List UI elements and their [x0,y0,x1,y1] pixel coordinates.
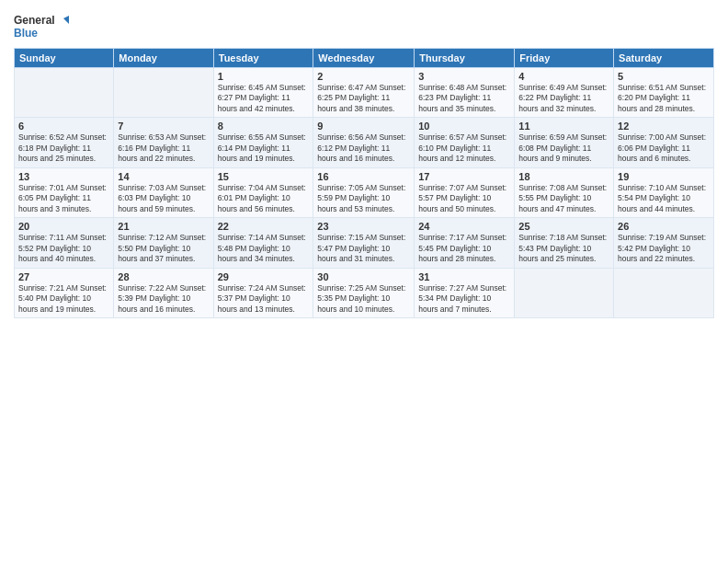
day-cell [114,68,213,118]
day-info: Sunrise: 7:19 AM Sunset: 5:42 PM Dayligh… [618,233,710,264]
day-cell: 26Sunrise: 7:19 AM Sunset: 5:42 PM Dayli… [614,218,714,268]
day-number: 16 [317,171,410,182]
day-info: Sunrise: 6:48 AM Sunset: 6:23 PM Dayligh… [418,83,510,114]
svg-text:Blue: Blue [14,27,38,40]
day-number: 20 [18,221,109,232]
day-info: Sunrise: 7:05 AM Sunset: 5:59 PM Dayligh… [317,183,410,214]
day-cell: 21Sunrise: 7:12 AM Sunset: 5:50 PM Dayli… [114,218,213,268]
day-cell: 17Sunrise: 7:07 AM Sunset: 5:57 PM Dayli… [415,167,515,217]
day-number: 28 [118,271,209,282]
day-cell: 15Sunrise: 7:04 AM Sunset: 6:01 PM Dayli… [213,167,313,217]
day-cell: 29Sunrise: 7:24 AM Sunset: 5:37 PM Dayli… [213,268,313,317]
day-info: Sunrise: 7:21 AM Sunset: 5:40 PM Dayligh… [18,283,109,315]
day-cell: 23Sunrise: 7:15 AM Sunset: 5:47 PM Dayli… [313,218,415,268]
day-cell: 11Sunrise: 6:59 AM Sunset: 6:08 PM Dayli… [515,118,614,167]
day-cell: 27Sunrise: 7:21 AM Sunset: 5:40 PM Dayli… [15,268,114,317]
logo-svg: General Blue [14,9,69,42]
day-info: Sunrise: 7:08 AM Sunset: 5:55 PM Dayligh… [518,183,609,214]
day-info: Sunrise: 7:10 AM Sunset: 5:54 PM Dayligh… [618,183,710,214]
day-number: 13 [18,171,109,182]
svg-text:General: General [14,14,55,27]
day-cell: 25Sunrise: 7:18 AM Sunset: 5:43 PM Dayli… [515,218,614,268]
day-cell: 24Sunrise: 7:17 AM Sunset: 5:45 PM Dayli… [415,218,515,268]
day-number: 26 [618,221,710,232]
day-cell: 28Sunrise: 7:22 AM Sunset: 5:39 PM Dayli… [114,268,213,317]
day-info: Sunrise: 7:03 AM Sunset: 6:03 PM Dayligh… [118,183,209,214]
day-cell: 9Sunrise: 6:56 AM Sunset: 6:12 PM Daylig… [313,118,415,167]
day-info: Sunrise: 7:12 AM Sunset: 5:50 PM Dayligh… [118,233,209,264]
day-info: Sunrise: 7:11 AM Sunset: 5:52 PM Dayligh… [18,233,109,264]
day-cell [515,268,614,317]
week-row-2: 13Sunrise: 7:01 AM Sunset: 6:05 PM Dayli… [15,167,714,217]
day-info: Sunrise: 7:14 AM Sunset: 5:48 PM Dayligh… [218,233,310,264]
week-row-0: 1Sunrise: 6:45 AM Sunset: 6:27 PM Daylig… [15,68,714,118]
day-cell [614,268,714,317]
day-number: 23 [317,221,410,232]
col-header-friday: Friday [515,49,614,68]
day-cell: 31Sunrise: 7:27 AM Sunset: 5:34 PM Dayli… [415,268,515,317]
day-cell: 18Sunrise: 7:08 AM Sunset: 5:55 PM Dayli… [515,167,614,217]
day-number: 30 [317,271,410,282]
day-info: Sunrise: 7:07 AM Sunset: 5:57 PM Dayligh… [418,183,510,214]
day-cell [15,68,114,118]
day-info: Sunrise: 7:01 AM Sunset: 6:05 PM Dayligh… [18,183,109,214]
day-number: 7 [118,121,209,132]
day-number: 24 [418,221,510,232]
day-info: Sunrise: 7:24 AM Sunset: 5:37 PM Dayligh… [218,283,310,315]
day-cell: 22Sunrise: 7:14 AM Sunset: 5:48 PM Dayli… [213,218,313,268]
day-cell: 14Sunrise: 7:03 AM Sunset: 6:03 PM Dayli… [114,167,213,217]
day-info: Sunrise: 7:22 AM Sunset: 5:39 PM Dayligh… [118,283,209,315]
day-cell: 3Sunrise: 6:48 AM Sunset: 6:23 PM Daylig… [415,68,515,118]
day-info: Sunrise: 6:52 AM Sunset: 6:18 PM Dayligh… [18,132,109,164]
day-info: Sunrise: 7:00 AM Sunset: 6:06 PM Dayligh… [618,132,710,164]
day-info: Sunrise: 6:56 AM Sunset: 6:12 PM Dayligh… [317,132,410,164]
week-row-1: 6Sunrise: 6:52 AM Sunset: 6:18 PM Daylig… [15,118,714,167]
col-header-wednesday: Wednesday [313,49,415,68]
day-number: 14 [118,171,209,182]
header-row: SundayMondayTuesdayWednesdayThursdayFrid… [15,49,714,68]
day-number: 25 [518,221,609,232]
day-info: Sunrise: 6:49 AM Sunset: 6:22 PM Dayligh… [518,83,609,114]
day-cell: 30Sunrise: 7:25 AM Sunset: 5:35 PM Dayli… [313,268,415,317]
day-number: 18 [518,171,609,182]
day-info: Sunrise: 7:27 AM Sunset: 5:34 PM Dayligh… [418,283,510,315]
day-number: 31 [418,271,510,282]
day-number: 29 [218,271,310,282]
day-number: 19 [618,171,710,182]
svg-marker-2 [63,15,69,26]
col-header-saturday: Saturday [614,49,714,68]
day-number: 9 [317,121,410,132]
day-info: Sunrise: 6:47 AM Sunset: 6:25 PM Dayligh… [317,83,410,114]
day-cell: 12Sunrise: 7:00 AM Sunset: 6:06 PM Dayli… [614,118,714,167]
day-cell: 5Sunrise: 6:51 AM Sunset: 6:20 PM Daylig… [614,68,714,118]
day-number: 6 [18,121,109,132]
day-info: Sunrise: 6:55 AM Sunset: 6:14 PM Dayligh… [218,132,310,164]
logo: General Blue [14,9,69,42]
day-cell: 1Sunrise: 6:45 AM Sunset: 6:27 PM Daylig… [213,68,313,118]
day-number: 3 [418,71,510,82]
day-number: 2 [317,71,410,82]
day-info: Sunrise: 7:17 AM Sunset: 5:45 PM Dayligh… [418,233,510,264]
day-cell: 8Sunrise: 6:55 AM Sunset: 6:14 PM Daylig… [213,118,313,167]
day-cell: 7Sunrise: 6:53 AM Sunset: 6:16 PM Daylig… [114,118,213,167]
day-info: Sunrise: 7:25 AM Sunset: 5:35 PM Dayligh… [317,283,410,315]
day-number: 10 [418,121,510,132]
day-cell: 6Sunrise: 6:52 AM Sunset: 6:18 PM Daylig… [15,118,114,167]
day-number: 17 [418,171,510,182]
header: General Blue [14,9,714,42]
day-cell: 19Sunrise: 7:10 AM Sunset: 5:54 PM Dayli… [614,167,714,217]
col-header-tuesday: Tuesday [213,49,313,68]
day-info: Sunrise: 6:59 AM Sunset: 6:08 PM Dayligh… [518,132,609,164]
day-number: 5 [618,71,710,82]
week-row-4: 27Sunrise: 7:21 AM Sunset: 5:40 PM Dayli… [15,268,714,317]
day-info: Sunrise: 6:53 AM Sunset: 6:16 PM Dayligh… [118,132,209,164]
page: General Blue SundayMondayTuesdayWednesda… [0,0,728,563]
day-number: 4 [518,71,609,82]
day-number: 12 [618,121,710,132]
day-number: 11 [518,121,609,132]
day-cell: 2Sunrise: 6:47 AM Sunset: 6:25 PM Daylig… [313,68,415,118]
day-cell: 20Sunrise: 7:11 AM Sunset: 5:52 PM Dayli… [15,218,114,268]
week-row-3: 20Sunrise: 7:11 AM Sunset: 5:52 PM Dayli… [15,218,714,268]
day-number: 21 [118,221,209,232]
day-cell: 10Sunrise: 6:57 AM Sunset: 6:10 PM Dayli… [415,118,515,167]
